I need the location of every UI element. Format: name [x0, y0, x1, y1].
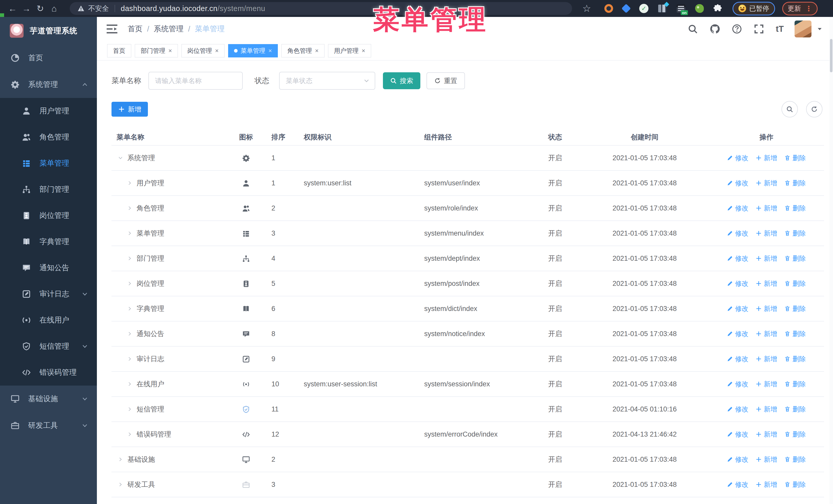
add-action[interactable]: 新增	[756, 430, 777, 439]
delete-action[interactable]: 删除	[784, 279, 806, 288]
sidebar-item-基础设施[interactable]: 基础设施	[0, 386, 97, 412]
sidebar-item-审计日志[interactable]: 审计日志	[0, 281, 97, 307]
delete-action[interactable]: 删除	[784, 153, 806, 163]
chevron-right-icon[interactable]	[118, 457, 123, 462]
sidebar-item-菜单管理[interactable]: 菜单管理	[0, 150, 97, 176]
chevron-right-icon[interactable]	[127, 357, 132, 361]
add-action[interactable]: 新增	[756, 229, 777, 238]
browser-menu-icon[interactable]: ⋮	[805, 4, 812, 13]
close-icon[interactable]: ×	[315, 47, 318, 54]
tab-用户管理[interactable]: 用户管理×	[328, 44, 371, 57]
toggle-search-button[interactable]	[782, 101, 798, 117]
edit-action[interactable]: 修改	[727, 430, 748, 439]
tab-部门管理[interactable]: 部门管理×	[135, 44, 178, 57]
chevron-right-icon[interactable]	[127, 407, 132, 411]
edit-action[interactable]: 修改	[727, 330, 748, 338]
chevron-right-icon[interactable]	[127, 382, 132, 386]
add-action[interactable]: 新增	[756, 380, 777, 389]
font-size-icon[interactable]: tT	[776, 24, 784, 34]
delete-action[interactable]: 删除	[784, 405, 806, 414]
chevron-right-icon[interactable]	[127, 231, 132, 236]
chevron-right-icon[interactable]	[127, 432, 132, 437]
add-action[interactable]: 新增	[756, 355, 777, 363]
sidebar-item-系统管理[interactable]: 系统管理	[0, 71, 97, 98]
delete-action[interactable]: 删除	[784, 179, 806, 188]
close-icon[interactable]: ×	[215, 47, 219, 54]
edit-action[interactable]: 修改	[727, 204, 748, 213]
add-action[interactable]: 新增	[756, 330, 777, 338]
user-avatar[interactable]	[794, 21, 811, 38]
add-action[interactable]: 新增	[756, 480, 777, 489]
edit-action[interactable]: 修改	[727, 455, 748, 464]
scrollbar-thumb[interactable]	[830, 39, 832, 72]
delete-action[interactable]: 删除	[784, 254, 806, 263]
close-icon[interactable]: ×	[168, 47, 172, 54]
menu-status-select[interactable]: 菜单状态	[279, 72, 375, 90]
extensions-puzzle-icon[interactable]	[714, 4, 722, 13]
reset-button[interactable]: 重置	[427, 72, 465, 89]
reload-icon[interactable]: ↻	[33, 0, 47, 17]
search-icon[interactable]	[688, 24, 698, 34]
close-icon[interactable]: ×	[268, 47, 272, 54]
page-scrollbar[interactable]	[829, 17, 833, 504]
fullscreen-icon[interactable]	[754, 24, 764, 34]
add-button[interactable]: 新增	[112, 102, 148, 117]
edit-action[interactable]: 修改	[727, 254, 748, 263]
edit-action[interactable]: 修改	[727, 179, 748, 188]
app-logo[interactable]: 芋道管理系统	[0, 17, 97, 45]
bookmark-star-icon[interactable]: ☆	[580, 0, 594, 17]
extension-gem-icon[interactable]	[622, 4, 631, 13]
delete-action[interactable]: 删除	[784, 204, 806, 213]
address-bar[interactable]: 不安全 dashboard.yudao.iocoder.cn/system/me…	[70, 2, 572, 15]
chevron-right-icon[interactable]	[118, 482, 123, 487]
extension-switch-icon[interactable]: on	[677, 4, 685, 13]
hamburger-icon[interactable]	[106, 24, 118, 34]
delete-action[interactable]: 删除	[784, 355, 806, 363]
edit-action[interactable]: 修改	[727, 304, 748, 313]
tab-岗位管理[interactable]: 岗位管理×	[182, 44, 224, 57]
sidebar-item-用户管理[interactable]: 用户管理	[0, 98, 97, 124]
sidebar-item-在线用户[interactable]: 在线用户	[0, 307, 97, 333]
edit-action[interactable]: 修改	[727, 153, 748, 163]
add-action[interactable]: 新增	[756, 279, 777, 288]
extension-frog-icon[interactable]	[695, 4, 704, 13]
delete-action[interactable]: 删除	[784, 455, 806, 464]
menu-name-input[interactable]	[148, 72, 243, 90]
delete-action[interactable]: 删除	[784, 380, 806, 389]
edit-action[interactable]: 修改	[727, 380, 748, 389]
chevron-down-icon[interactable]	[118, 155, 123, 160]
add-action[interactable]: 新增	[756, 179, 777, 188]
sidebar-item-字典管理[interactable]: 字典管理	[0, 229, 97, 255]
breadcrumb-home[interactable]: 首页	[128, 24, 143, 34]
edit-action[interactable]: 修改	[727, 279, 748, 288]
github-icon[interactable]	[710, 24, 720, 34]
add-action[interactable]: 新增	[756, 304, 777, 313]
delete-action[interactable]: 删除	[784, 304, 806, 313]
chevron-right-icon[interactable]	[127, 332, 132, 336]
forward-icon[interactable]: →	[20, 0, 33, 17]
delete-action[interactable]: 删除	[784, 430, 806, 439]
tab-角色管理[interactable]: 角色管理×	[281, 44, 325, 57]
sidebar-item-研发工具[interactable]: 研发工具	[0, 412, 97, 439]
chevron-right-icon[interactable]	[127, 256, 132, 261]
back-icon[interactable]: ←	[6, 0, 20, 17]
caret-down-icon[interactable]	[816, 26, 823, 32]
extension-columns-icon[interactable]	[658, 5, 667, 12]
extension-check-icon[interactable]: ✓	[639, 4, 648, 13]
delete-action[interactable]: 删除	[784, 480, 806, 489]
home-icon[interactable]: ⌂	[47, 0, 61, 17]
extension-paused-badge[interactable]: 已暂停	[733, 2, 775, 16]
sidebar-item-短信管理[interactable]: 短信管理	[0, 333, 97, 359]
delete-action[interactable]: 删除	[784, 330, 806, 338]
sidebar-item-岗位管理[interactable]: 岗位管理	[0, 202, 97, 229]
add-action[interactable]: 新增	[756, 254, 777, 263]
tab-菜单管理[interactable]: 菜单管理×	[228, 44, 278, 57]
chevron-right-icon[interactable]	[127, 206, 132, 211]
breadcrumb-system[interactable]: 系统管理	[154, 24, 184, 34]
delete-action[interactable]: 删除	[784, 229, 806, 238]
edit-action[interactable]: 修改	[727, 229, 748, 238]
search-button[interactable]: 搜索	[383, 72, 420, 89]
tab-首页[interactable]: 首页	[107, 44, 131, 57]
edit-action[interactable]: 修改	[727, 405, 748, 414]
chevron-right-icon[interactable]	[127, 281, 132, 286]
